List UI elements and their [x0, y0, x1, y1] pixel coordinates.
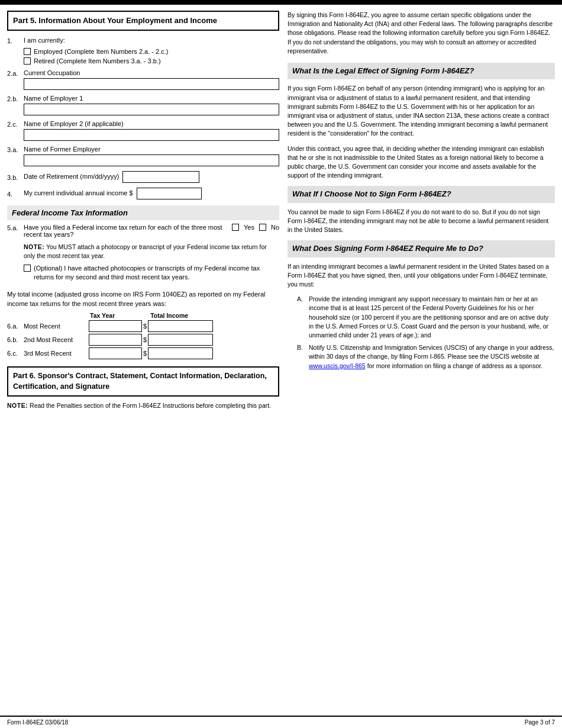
item-3a-row: 3.a. Name of Former Employer	[7, 146, 279, 166]
checkbox-retired-row: Retired (Complete Item Numbers 3.a. - 3.…	[24, 57, 279, 65]
item-5b-inner: (Optional) I have attached photocopies o…	[24, 264, 279, 282]
bullet-list: A. Provide the intending immigrant any s…	[297, 295, 555, 371]
item-2c: 2.c. Name of Employer 2 (if applicable)	[7, 120, 279, 141]
yes-no-group: Yes No	[232, 224, 279, 231]
top-bar	[0, 0, 562, 5]
item-5a-layout: Have you filed a Federal income tax retu…	[24, 224, 279, 238]
checkbox-5b[interactable]	[24, 265, 31, 272]
item-2a: 2.a. Current Occupation	[7, 69, 279, 90]
checkbox-employed[interactable]	[24, 48, 31, 55]
former-employer-input[interactable]	[24, 154, 279, 166]
dollar-6a: $	[143, 323, 147, 330]
item-2a-row: 2.a. Current Occupation	[7, 69, 279, 90]
item-1: 1. I am currently: Employed (Complete It…	[7, 37, 279, 65]
section3-header: What Does Signing Form I-864EZ Require M…	[288, 240, 555, 257]
current-occupation-input[interactable]	[24, 78, 279, 90]
tax-income-6a-input[interactable]	[148, 320, 213, 332]
tax-income-6c-input[interactable]	[148, 347, 213, 359]
yes-label: Yes	[244, 224, 254, 231]
checkbox-no[interactable]	[259, 224, 266, 231]
section1-body1: If you sign Form I-864EZ on behalf of an…	[288, 84, 555, 138]
item-2c-content: Name of Employer 2 (if applicable)	[24, 120, 279, 141]
annual-income-input[interactable]	[137, 188, 202, 199]
item-5b-row: (Optional) I have attached photocopies o…	[7, 264, 279, 286]
item-5a: 5.a. Have you filed a Federal income tax…	[7, 224, 279, 238]
section2-body: You cannot be made to sign Form I-864EZ …	[288, 208, 555, 235]
bullet-a-text: Provide the intending immigrant any supp…	[309, 295, 555, 340]
tax-year-6c-input[interactable]	[89, 347, 142, 359]
item-4-row: 4. My current individual annual income $	[7, 188, 279, 199]
item-3b-inline: Date of Retirement (mm/dd/yyyy)	[24, 171, 279, 183]
uscis-link[interactable]: www.uscis.gov/I-865	[309, 362, 366, 369]
tax-row-6a: 6.a. Most Recent $	[7, 320, 279, 332]
right-column: By signing this Form I-864EZ, you agree …	[288, 11, 555, 710]
item-3b-content: Date of Retirement (mm/dd/yyyy)	[24, 171, 279, 183]
item-3a: 3.a. Name of Former Employer	[7, 146, 279, 166]
employer1-input[interactable]	[24, 104, 279, 115]
checkbox-yes[interactable]	[232, 224, 239, 231]
section1-header: What Is the Legal Effect of Signing Form…	[288, 63, 555, 79]
footer-form-id: Form I-864EZ 03/06/18	[7, 719, 68, 726]
item-2b-content: Name of Employer 1	[24, 95, 279, 115]
item-2b: 2.b. Name of Employer 1	[7, 95, 279, 115]
footer: Form I-864EZ 03/06/18 Page 3 of 7	[0, 716, 562, 728]
tax-year-6b-input[interactable]	[89, 334, 142, 346]
item-2b-row: 2.b. Name of Employer 1	[7, 95, 279, 115]
employer2-input[interactable]	[24, 129, 279, 141]
section3-body: If an intending immigrant becomes a lawf…	[288, 262, 555, 289]
item-1-row: 1. I am currently:	[7, 37, 279, 46]
dollar-6c: $	[143, 350, 147, 357]
bullet-a: A. Provide the intending immigrant any s…	[297, 295, 555, 340]
retirement-date-input[interactable]	[122, 171, 199, 183]
item-4: 4. My current individual annual income $	[7, 188, 279, 199]
item-2a-content: Current Occupation	[24, 69, 279, 90]
item-5b-label: (Optional) I have attached photocopies o…	[34, 264, 279, 282]
part5-header: Part 5. Information About Your Employmen…	[7, 11, 279, 31]
yes-option: Yes	[232, 224, 254, 231]
tax-income-6b-input[interactable]	[148, 334, 213, 346]
item-5b: (Optional) I have attached photocopies o…	[7, 264, 279, 286]
item-3b: 3.b. Date of Retirement (mm/dd/yyyy)	[7, 171, 279, 183]
item-1-content: I am currently:	[24, 37, 279, 46]
item-2c-row: 2.c. Name of Employer 2 (if applicable)	[7, 120, 279, 141]
tax-year-6a-input[interactable]	[89, 320, 142, 332]
federal-income-header: Federal Income Tax Information	[7, 205, 279, 220]
dollar-6b: $	[143, 336, 147, 343]
item-1-num: 1.	[7, 37, 24, 44]
bullet-b-text: Notify U.S. Citizenship and Immigration …	[309, 343, 555, 371]
right-intro: By signing this Form I-864EZ, you agree …	[288, 11, 555, 56]
part6-header: Part 6. Sponsor's Contract, Statement, C…	[7, 366, 279, 397]
item-5a-content: Have you filed a Federal income tax retu…	[24, 224, 279, 238]
content-area: Part 5. Information About Your Employmen…	[0, 5, 562, 716]
income-intro: My total income (adjusted gross income o…	[7, 290, 279, 308]
tax-table-header: Tax Year Total Income	[90, 312, 279, 319]
total-income-header: Total Income	[150, 312, 188, 319]
tax-year-header: Tax Year	[90, 312, 115, 319]
section1-body2: Under this contract, you agree that, in …	[288, 144, 555, 181]
no-option: No	[259, 224, 279, 231]
item-3a-content: Name of Former Employer	[24, 146, 279, 166]
page: Part 5. Information About Your Employmen…	[0, 0, 562, 728]
item-5a-row: 5.a. Have you filed a Federal income tax…	[7, 224, 279, 238]
note-text: NOTE: You MUST attach a photocopy or tra…	[24, 243, 279, 260]
footer-page-info: Page 3 of 7	[525, 719, 555, 726]
item-4-inline: My current individual annual income $	[24, 188, 279, 199]
no-label: No	[271, 224, 279, 231]
item-5a-label: Have you filed a Federal income tax retu…	[24, 224, 228, 238]
item-3b-row: 3.b. Date of Retirement (mm/dd/yyyy)	[7, 171, 279, 183]
tax-row-6c: 6.c. 3rd Most Recent $	[7, 347, 279, 359]
part6-note: NOTE: Read the Penalties section of the …	[7, 401, 279, 410]
section2-header: What If I Choose Not to Sign Form I-864E…	[288, 186, 555, 202]
checkbox-employed-row: Employed (Complete Item Numbers 2.a. - 2…	[24, 48, 279, 55]
bullet-b: B. Notify U.S. Citizenship and Immigrati…	[297, 343, 555, 371]
item-4-content: My current individual annual income $	[24, 188, 279, 199]
left-column: Part 5. Information About Your Employmen…	[7, 11, 279, 710]
tax-row-6b: 6.b. 2nd Most Recent $	[7, 334, 279, 346]
checkbox-retired[interactable]	[24, 57, 31, 65]
